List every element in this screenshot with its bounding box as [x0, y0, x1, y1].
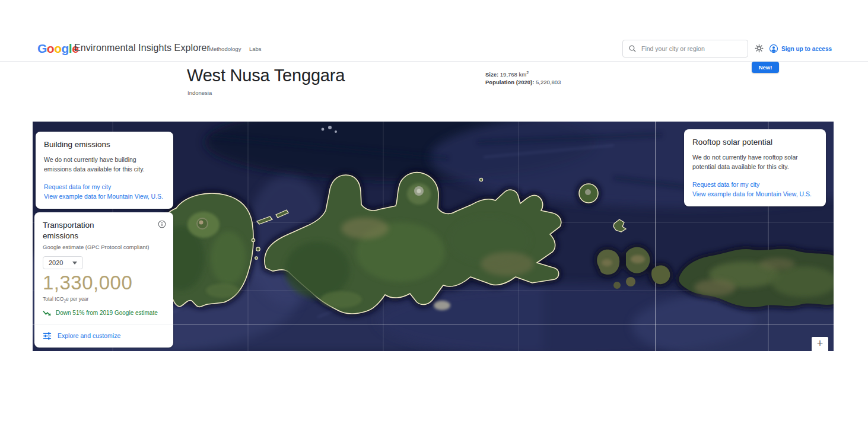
- explore-and-customize-button[interactable]: Explore and customize: [34, 324, 173, 348]
- building-emissions-card: Building emissions We do not currently h…: [36, 132, 173, 209]
- stat-population: Population (2020): 5,220,803: [485, 78, 561, 86]
- tune-icon: [43, 332, 52, 340]
- google-logo[interactable]: Google: [37, 41, 78, 56]
- transport-card-title: Transportation emissions: [43, 220, 120, 241]
- region-stats: Size: 19,768 km2 Population (2020): 5,22…: [485, 69, 561, 86]
- page-title: West Nusa Tenggara: [187, 66, 345, 85]
- city-search-box[interactable]: [622, 40, 748, 58]
- stat-size-value: 19,768 km: [500, 71, 526, 78]
- island-sangeang: [579, 184, 598, 203]
- sign-up-button[interactable]: Sign up to access: [769, 44, 832, 53]
- chevron-down-icon: [72, 262, 77, 265]
- stat-population-value: 5,220,803: [536, 79, 561, 85]
- nav-methodology[interactable]: Methodology: [209, 46, 241, 52]
- search-input[interactable]: [641, 45, 742, 52]
- building-card-body: We do not currently have building emissi…: [44, 155, 165, 174]
- unit-prefix: Total tCO: [43, 296, 63, 302]
- transport-card-subtitle: Google estimate (GPC Protocol compliant): [43, 244, 165, 250]
- page-subtitle: Indonesia: [187, 90, 212, 96]
- building-card-title: Building emissions: [44, 140, 165, 149]
- trending-down-icon: [43, 310, 52, 317]
- islet-north: [479, 178, 482, 181]
- building-example-data-link[interactable]: View example data for Mountain View, U.S…: [44, 192, 165, 201]
- account-icon: [769, 44, 778, 53]
- rooftop-solar-card: Rooftop solar potential We do not curren…: [684, 129, 826, 206]
- sign-up-label: Sign up to access: [781, 46, 832, 52]
- nav-labs[interactable]: Labs: [249, 46, 262, 52]
- unit-suffix: e per year: [66, 296, 88, 302]
- new-badge[interactable]: New!: [752, 62, 779, 73]
- rooftop-card-body: We do not currently have rooftop solar p…: [692, 153, 818, 172]
- info-icon[interactable]: [158, 220, 166, 231]
- settings-gear-icon[interactable]: [754, 43, 764, 56]
- eie-page: Google Environmental Insights Explorer M…: [0, 0, 868, 427]
- rooftop-request-data-link[interactable]: Request data for my city: [692, 180, 818, 189]
- year-dropdown-value: 2020: [49, 259, 63, 266]
- building-request-data-link[interactable]: Request data for my city: [44, 182, 165, 192]
- year-dropdown[interactable]: 2020: [43, 256, 83, 269]
- zoom-in-button[interactable]: +: [812, 337, 828, 351]
- transportation-emissions-card: Transportation emissions Google estimate…: [34, 212, 173, 348]
- trend-text: Down 51% from 2019 Google estimate: [56, 310, 158, 316]
- product-name: Environmental Insights Explorer: [74, 43, 210, 53]
- stat-population-label: Population (2020):: [485, 79, 534, 85]
- rooftop-example-data-link[interactable]: View example data for Mountain View, U.S…: [692, 189, 818, 199]
- search-icon: [628, 44, 637, 53]
- map-canvas[interactable]: Building emissions We do not currently h…: [33, 122, 834, 351]
- app-header: Google Environmental Insights Explorer M…: [0, 36, 868, 62]
- emissions-value: 1,330,000: [43, 273, 165, 294]
- explore-label: Explore and customize: [58, 332, 120, 339]
- trend-row: Down 51% from 2019 Google estimate: [43, 310, 165, 317]
- stat-size-label: Size:: [485, 71, 498, 78]
- emissions-unit: Total tCO2e per year: [43, 296, 165, 303]
- stat-size: Size: 19,768 km2: [485, 69, 561, 78]
- stat-size-sup: 2: [526, 71, 529, 75]
- rooftop-card-title: Rooftop solar potential: [692, 138, 818, 146]
